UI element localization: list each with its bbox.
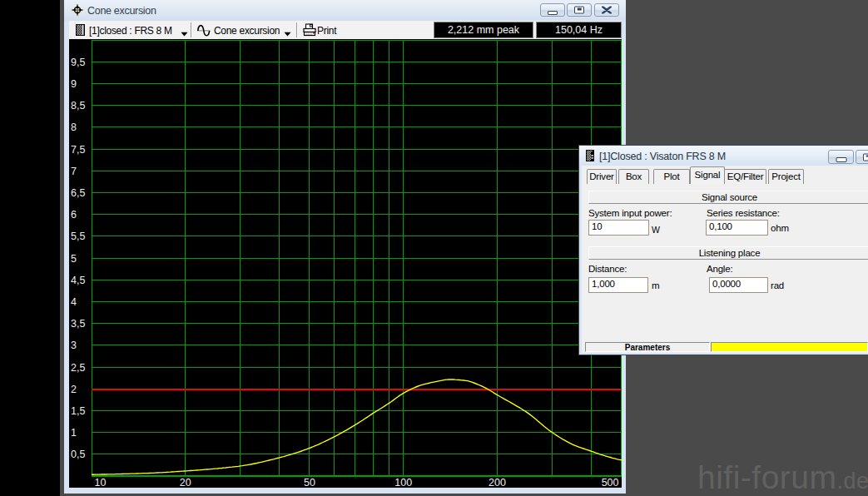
svg-text:200: 200 bbox=[489, 477, 506, 489]
svg-text:6: 6 bbox=[71, 209, 77, 221]
svg-text:9,5: 9,5 bbox=[71, 57, 85, 68]
svg-text:7: 7 bbox=[71, 166, 77, 177]
svg-text:7,5: 7,5 bbox=[71, 144, 85, 156]
svg-text:50: 50 bbox=[304, 477, 315, 489]
svg-text:10: 10 bbox=[95, 477, 107, 489]
svg-text:8,5: 8,5 bbox=[71, 100, 85, 112]
svg-text:1,5: 1,5 bbox=[71, 405, 85, 417]
svg-text:20: 20 bbox=[180, 477, 191, 489]
svg-text:3,5: 3,5 bbox=[71, 318, 85, 330]
svg-text:1: 1 bbox=[71, 427, 77, 439]
svg-text:5: 5 bbox=[71, 253, 77, 265]
svg-text:9: 9 bbox=[71, 78, 77, 90]
svg-text:3: 3 bbox=[71, 340, 77, 351]
svg-text:500: 500 bbox=[602, 477, 619, 489]
svg-text:0,5: 0,5 bbox=[71, 449, 85, 460]
svg-text:8: 8 bbox=[71, 122, 77, 133]
svg-text:4,5: 4,5 bbox=[71, 275, 85, 286]
svg-text:100: 100 bbox=[394, 477, 412, 489]
svg-text:5,5: 5,5 bbox=[71, 231, 85, 242]
svg-text:6,5: 6,5 bbox=[71, 187, 85, 199]
svg-text:2,5: 2,5 bbox=[71, 362, 85, 374]
svg-text:4: 4 bbox=[71, 296, 77, 308]
svg-text:2: 2 bbox=[71, 384, 77, 395]
